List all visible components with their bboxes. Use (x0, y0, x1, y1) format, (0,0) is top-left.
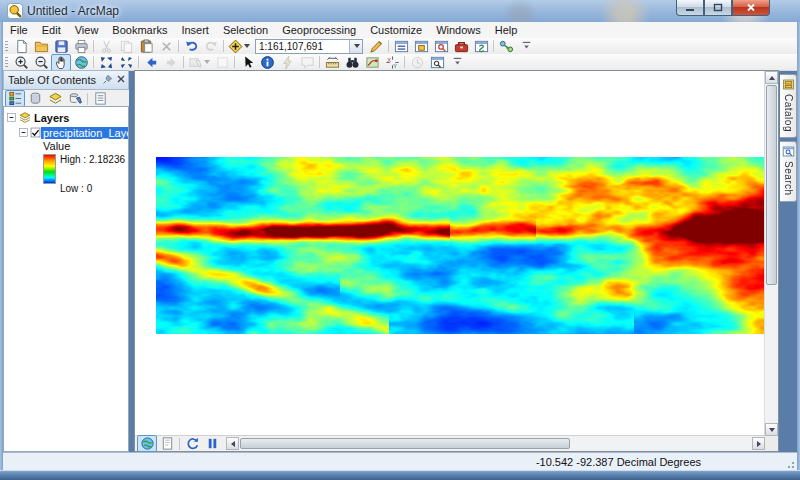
fixed-zoom-out-button[interactable] (116, 54, 136, 71)
undo-button[interactable] (181, 38, 201, 55)
find-binoculars-button[interactable] (342, 54, 362, 71)
delete-x-button (156, 38, 176, 55)
identify-button[interactable] (257, 54, 277, 71)
menu-bookmarks[interactable]: Bookmarks (105, 22, 174, 38)
menu-view[interactable]: View (68, 22, 106, 38)
maximize-button[interactable] (704, 0, 732, 16)
chevron-down-icon[interactable] (204, 60, 210, 64)
list-selection-icon (68, 91, 83, 106)
vertical-scroll-thumb[interactable] (766, 85, 777, 285)
print-button[interactable] (71, 38, 91, 55)
menu-windows[interactable]: Windows (429, 22, 488, 38)
measure-button[interactable] (322, 54, 342, 71)
side-tab-catalog[interactable]: Catalog (780, 74, 797, 138)
window-catalog-button[interactable] (411, 38, 431, 55)
list-visibility-button[interactable] (45, 90, 65, 107)
toc-options-button[interactable] (90, 90, 110, 107)
pin-icon[interactable] (102, 74, 113, 87)
data-view-globe-button[interactable] (137, 435, 157, 452)
toolbar-grip[interactable] (5, 57, 8, 68)
menu-selection[interactable]: Selection (216, 22, 275, 38)
new-document-button[interactable] (11, 38, 31, 55)
scroll-up-arrow[interactable] (765, 71, 778, 84)
chevron-down-icon[interactable] (349, 40, 362, 53)
window-border (0, 22, 3, 470)
overflow-chevron-button[interactable] (516, 38, 536, 55)
zoom-in-button[interactable] (11, 54, 31, 71)
expander-icon (7, 113, 16, 122)
fixed-zoom-in-icon (99, 55, 114, 70)
toolbar-separator (223, 40, 224, 52)
editor-pencil-icon (369, 39, 384, 54)
menu-insert[interactable]: Insert (174, 22, 216, 38)
open-folder-button[interactable] (31, 38, 51, 55)
horizontal-scrollbar[interactable] (226, 437, 765, 450)
list-source-button[interactable] (25, 90, 45, 107)
window-title: Untitled - ArcMap (27, 0, 119, 22)
expander-icon (19, 128, 28, 137)
horizontal-scroll-thumb[interactable] (240, 438, 570, 449)
layer-name-label[interactable]: precipitation_Layer2 (41, 127, 129, 139)
menu-help[interactable]: Help (488, 22, 525, 38)
minimize-button[interactable] (676, 0, 704, 16)
toolbar-grip[interactable] (5, 41, 8, 52)
list-selection-button[interactable] (65, 90, 85, 107)
scroll-left-arrow[interactable] (226, 437, 239, 450)
menu-file[interactable]: File (3, 22, 35, 38)
arctoolbox-button[interactable] (451, 38, 471, 55)
find-route-button[interactable] (362, 54, 382, 71)
full-extent-button[interactable] (71, 54, 91, 71)
catalog-tab-icon-icon (782, 78, 795, 91)
hyperlink-lightning-button (277, 54, 297, 71)
scroll-right-arrow[interactable] (752, 437, 765, 450)
menu-customize[interactable]: Customize (363, 22, 429, 38)
modelbuilder-icon (499, 39, 514, 54)
toolbar-separator (93, 40, 94, 52)
map-view[interactable] (134, 70, 779, 452)
list-drawing-order-button[interactable] (5, 90, 25, 107)
refresh-button[interactable] (182, 435, 202, 452)
toc-header[interactable]: Table Of Contents (3, 70, 129, 90)
scroll-down-arrow[interactable] (765, 423, 778, 436)
side-tab-label: Catalog (783, 94, 794, 132)
time-slider-button (407, 54, 427, 71)
menu-edit[interactable]: Edit (35, 22, 68, 38)
vertical-scrollbar[interactable] (764, 71, 778, 436)
save-icon (54, 39, 69, 54)
paste-button[interactable] (136, 38, 156, 55)
zoom-in-icon (14, 55, 29, 70)
titlebar[interactable]: Untitled - ArcMap (0, 0, 800, 23)
go-to-xy-button[interactable]: XY (382, 54, 402, 71)
select-elements-button[interactable] (237, 54, 257, 71)
zoom-out-button[interactable] (31, 54, 51, 71)
layer-row[interactable]: precipitation_Layer2 (19, 125, 128, 140)
side-tab-label: Search (783, 161, 794, 196)
chevron-down-icon[interactable] (244, 44, 250, 48)
back-arrow-button[interactable] (141, 54, 161, 71)
window-toc-button[interactable] (391, 38, 411, 55)
copy-icon (119, 39, 134, 54)
close-button[interactable] (732, 0, 770, 16)
save-button[interactable] (51, 38, 71, 55)
editor-pencil-button[interactable] (366, 38, 386, 55)
python-window-button[interactable] (471, 38, 491, 55)
add-data-button[interactable] (226, 38, 252, 55)
menu-geoprocessing[interactable]: Geoprocessing (275, 22, 363, 38)
close-panel-icon[interactable] (116, 74, 126, 86)
layout-view-page-button[interactable] (157, 435, 177, 452)
layer-checkbox[interactable] (30, 127, 41, 138)
pan-hand-button[interactable] (51, 54, 71, 71)
fixed-zoom-in-button[interactable] (96, 54, 116, 71)
resize-grip[interactable] (785, 459, 795, 469)
overflow-chevron-button[interactable] (447, 54, 467, 71)
window-search-button[interactable] (431, 38, 451, 55)
viewer-window-icon (430, 55, 445, 70)
modelbuilder-button[interactable] (496, 38, 516, 55)
side-tab-search[interactable]: Search (780, 141, 797, 202)
viewer-window-button[interactable] (427, 54, 447, 71)
layers-group-row[interactable]: Layers (7, 110, 128, 125)
precipitation-raster[interactable] (156, 157, 768, 334)
pause-button[interactable] (202, 435, 222, 452)
undo-icon (184, 39, 199, 54)
map-scale-combo[interactable]: 1:161,107,691 (255, 39, 363, 54)
